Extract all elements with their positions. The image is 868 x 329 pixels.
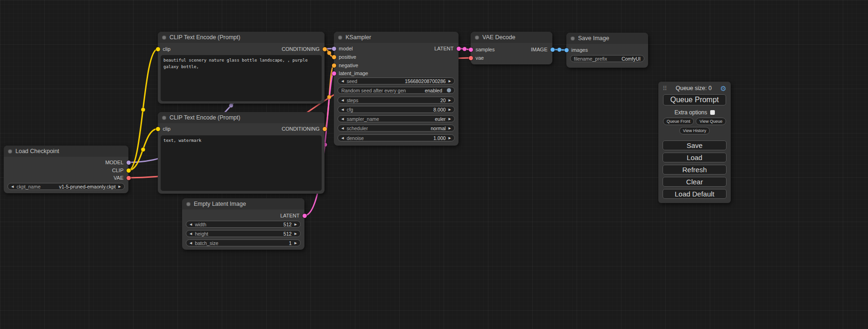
- random-seed-toggle[interactable]: Random seed after every gen enabled: [338, 87, 455, 94]
- port-label: VAE: [113, 175, 123, 181]
- port-label: images: [572, 47, 588, 53]
- increment-icon[interactable]: ▶: [449, 79, 451, 83]
- vae-input-port[interactable]: [469, 56, 473, 60]
- seed-widget[interactable]: ◀ seed 156680208700286 ▶: [338, 77, 455, 84]
- view-history-button[interactable]: View History: [679, 127, 710, 134]
- latent-output-port[interactable]: [303, 214, 307, 218]
- negative-prompt-textarea[interactable]: text, watermark: [161, 135, 322, 191]
- increment-icon[interactable]: ▶: [119, 185, 121, 188]
- latent-image-input-port[interactable]: [332, 71, 336, 76]
- negative-input-port[interactable]: [332, 63, 336, 68]
- save-button[interactable]: Save: [663, 140, 727, 150]
- denoise-widget[interactable]: ◀ denoise 1.000 ▶: [338, 134, 455, 141]
- queue-front-button[interactable]: Queue Front: [663, 118, 694, 125]
- decrement-icon[interactable]: ◀: [11, 185, 14, 188]
- node-empty-latent-image[interactable]: Empty Latent Image LATENT ◀ width 512 ▶ …: [182, 198, 304, 250]
- decrement-icon[interactable]: ◀: [341, 126, 344, 130]
- extra-options-row: Extra options: [663, 109, 727, 116]
- width-widget[interactable]: ◀ width 512 ▶: [186, 221, 301, 228]
- decrement-icon[interactable]: ◀: [190, 241, 192, 245]
- images-input-port[interactable]: [565, 48, 569, 52]
- decrement-icon[interactable]: ◀: [341, 108, 344, 111]
- link-dot: [141, 108, 145, 112]
- clear-button[interactable]: Clear: [663, 177, 727, 187]
- node-header[interactable]: CLIP Text Encode (Prompt): [158, 32, 325, 43]
- view-queue-button[interactable]: View Queue: [696, 118, 726, 125]
- samples-input-port[interactable]: [469, 48, 473, 52]
- output-conditioning: CONDITIONING: [282, 46, 325, 52]
- widget-label: width: [195, 222, 206, 227]
- widget-value: v1-5-pruned-emaonly.ckpt: [59, 184, 115, 189]
- decrement-icon[interactable]: ◀: [190, 232, 192, 235]
- widget-value: 512: [283, 231, 292, 237]
- image-output-port[interactable]: [550, 48, 555, 52]
- node-header[interactable]: CLIP Text Encode (Prompt): [158, 112, 325, 123]
- model-input-port[interactable]: [332, 47, 336, 51]
- conditioning-output-port[interactable]: [323, 47, 327, 51]
- node-save-image[interactable]: Save Image images filename_prefix ComfyU…: [566, 33, 648, 68]
- collapse-dot[interactable]: [338, 35, 342, 40]
- port-label: clip: [163, 46, 171, 52]
- sampler-name-widget[interactable]: ◀ sampler_name euler ▶: [338, 115, 455, 122]
- height-widget[interactable]: ◀ height 512 ▶: [186, 230, 301, 237]
- toggle-knob[interactable]: [447, 88, 451, 92]
- decrement-icon[interactable]: ◀: [341, 98, 344, 102]
- clip-output-port[interactable]: [127, 168, 131, 173]
- collapse-dot[interactable]: [475, 35, 479, 40]
- increment-icon[interactable]: ▶: [449, 108, 451, 111]
- positive-prompt-textarea[interactable]: beautiful scenery nature glass bottle la…: [161, 55, 322, 101]
- steps-widget[interactable]: ◀ steps 20 ▶: [338, 97, 455, 104]
- widget-value: ComfyUI: [621, 56, 641, 62]
- load-default-button[interactable]: Load Default: [663, 189, 727, 199]
- node-header[interactable]: Load Checkpoint: [4, 146, 128, 157]
- node-header[interactable]: KSampler: [334, 32, 459, 43]
- increment-icon[interactable]: ▶: [295, 223, 297, 226]
- node-load-checkpoint[interactable]: Load Checkpoint MODEL CLIP VAE ◀ ckpt_na…: [4, 146, 128, 193]
- increment-icon[interactable]: ▶: [449, 98, 451, 102]
- positive-input-port[interactable]: [332, 55, 336, 59]
- refresh-button[interactable]: Refresh: [663, 165, 727, 175]
- batch-size-widget[interactable]: ◀ batch_size 1 ▶: [186, 239, 301, 246]
- collapse-dot[interactable]: [162, 116, 166, 120]
- extra-options-checkbox[interactable]: [710, 110, 715, 115]
- vae-output-port[interactable]: [127, 176, 131, 180]
- load-button[interactable]: Load: [663, 153, 727, 162]
- node-header[interactable]: VAE Decode: [471, 32, 552, 43]
- cfg-widget[interactable]: ◀ cfg 8.000 ▶: [338, 106, 455, 113]
- comfyui-menu-panel[interactable]: ⠿ Queue size: 0 ⚙ Queue Prompt Extra opt…: [658, 82, 731, 203]
- drag-handle-icon[interactable]: ⠿: [663, 85, 667, 91]
- collapse-dot[interactable]: [186, 202, 191, 206]
- model-output-port[interactable]: [127, 161, 131, 165]
- node-title: Save Image: [578, 35, 609, 42]
- increment-icon[interactable]: ▶: [449, 126, 451, 130]
- node-ksampler[interactable]: KSampler model positive negative latent_…: [334, 32, 459, 146]
- decrement-icon[interactable]: ◀: [341, 117, 344, 120]
- node-header[interactable]: Save Image: [566, 33, 648, 44]
- node-graph-canvas[interactable]: Load Checkpoint MODEL CLIP VAE ◀ ckpt_na…: [0, 0, 868, 329]
- conditioning-output-port[interactable]: [323, 127, 327, 131]
- decrement-icon[interactable]: ◀: [341, 136, 344, 140]
- decrement-icon[interactable]: ◀: [190, 223, 192, 226]
- scheduler-widget[interactable]: ◀ scheduler normal ▶: [338, 125, 455, 132]
- clip-input-port[interactable]: [156, 47, 160, 51]
- latent-output-port[interactable]: [457, 47, 461, 51]
- filename-prefix-widget[interactable]: filename_prefix ComfyUI: [570, 55, 644, 62]
- node-vae-decode[interactable]: VAE Decode samples vae IMAGE: [471, 32, 552, 64]
- node-clip-text-encode-negative[interactable]: CLIP Text Encode (Prompt) clip CONDITION…: [158, 112, 325, 194]
- node-clip-text-encode-positive[interactable]: CLIP Text Encode (Prompt) clip CONDITION…: [158, 32, 325, 104]
- collapse-dot[interactable]: [571, 36, 575, 41]
- increment-icon[interactable]: ▶: [449, 136, 451, 140]
- settings-gear-icon[interactable]: ⚙: [720, 85, 727, 92]
- increment-icon[interactable]: ▶: [295, 241, 297, 245]
- queue-prompt-button[interactable]: Queue Prompt: [663, 94, 726, 105]
- collapse-dot[interactable]: [162, 35, 166, 40]
- increment-icon[interactable]: ▶: [295, 232, 297, 235]
- decrement-icon[interactable]: ◀: [341, 79, 344, 83]
- clip-input-port[interactable]: [156, 127, 160, 131]
- collapse-dot[interactable]: [8, 149, 12, 154]
- widget-value: 1: [289, 240, 292, 246]
- increment-icon[interactable]: ▶: [449, 117, 451, 120]
- node-header[interactable]: Empty Latent Image: [182, 198, 304, 210]
- ckpt-name-widget[interactable]: ◀ ckpt_name v1-5-pruned-emaonly.ckpt ▶: [7, 183, 125, 190]
- port-label: samples: [476, 47, 495, 52]
